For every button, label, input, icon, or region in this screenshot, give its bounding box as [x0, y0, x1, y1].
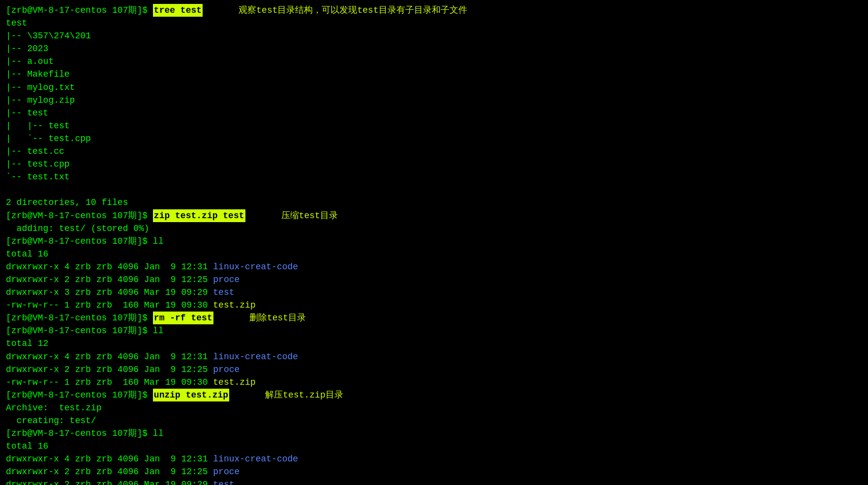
command-highlight: tree test	[153, 4, 203, 17]
command-text: ll	[153, 235, 164, 248]
terminal-line: adding: test/ (stored 0%)	[6, 222, 862, 235]
terminal-line: drwxrwxr-x 4 zrb zrb 4096 Jan 9 12:31 li…	[6, 260, 862, 273]
filename: test	[213, 478, 234, 485]
terminal-line: drwxrwxr-x 2 zrb zrb 4096 Jan 9 12:25 pr…	[6, 465, 862, 478]
terminal-line: |-- test	[6, 107, 862, 119]
terminal-line: |-- 2023	[6, 42, 862, 55]
terminal-line: test	[6, 17, 862, 29]
annotation: 观察test目录结构，可以发现test目录有子目录和子文件	[217, 4, 467, 17]
command-highlight: rm -rf test	[153, 312, 213, 324]
command-highlight: unzip test.zip	[153, 389, 229, 401]
terminal-line: drwxrwxr-x 2 zrb zrb 4096 Jan 9 12:25 pr…	[6, 273, 862, 286]
prompt: [zrb@VM-8-17-centos 107期]$	[6, 324, 153, 337]
terminal-line: drwxrwxr-x 4 zrb zrb 4096 Jan 9 12:31 li…	[6, 350, 862, 363]
annotation: 删除test目录	[228, 312, 306, 324]
terminal-line: total 16	[6, 440, 862, 453]
terminal-line: drwxrwxr-x 3 zrb zrb 4096 Mar 19 09:29 t…	[6, 286, 862, 299]
prompt: [zrb@VM-8-17-centos 107期]$	[6, 235, 153, 248]
terminal-line: |-- Makefile	[6, 68, 862, 81]
terminal-line: |-- a.out	[6, 55, 862, 68]
filename: proce	[213, 363, 239, 376]
terminal-line: |-- test.cpp	[6, 158, 862, 171]
filename: linux-creat-code	[213, 350, 298, 363]
prompt: [zrb@VM-8-17-centos 107期]$	[6, 389, 153, 401]
terminal-line: Archive: test.zip	[6, 401, 862, 414]
terminal-line: [zrb@VM-8-17-centos 107期]$ tree test 观察t…	[6, 4, 862, 17]
annotation: 压缩test目录	[260, 209, 338, 222]
terminal-line: [zrb@VM-8-17-centos 107期]$ ll	[6, 235, 862, 248]
filename: test.zip	[213, 299, 255, 312]
terminal-line: 2 directories, 10 files	[6, 196, 862, 209]
terminal-line: total 12	[6, 337, 862, 350]
prompt: [zrb@VM-8-17-centos 107期]$	[6, 209, 153, 222]
prompt: [zrb@VM-8-17-centos 107期]$	[6, 427, 153, 440]
prompt: [zrb@VM-8-17-centos 107期]$	[6, 4, 153, 17]
filename: proce	[213, 273, 239, 286]
terminal-line: drwxrwxr-x 4 zrb zrb 4096 Jan 9 12:31 li…	[6, 453, 862, 465]
terminal-line: creating: test/	[6, 414, 862, 427]
command-text: ll	[153, 427, 164, 440]
terminal-line: | |-- test	[6, 119, 862, 132]
terminal-line: |-- mylog.zip	[6, 94, 862, 107]
filename: proce	[213, 465, 239, 478]
terminal-window: [zrb@VM-8-17-centos 107期]$ tree test 观察t…	[6, 4, 862, 485]
filename: test	[213, 286, 234, 299]
terminal-line: |-- mylog.txt	[6, 81, 862, 94]
terminal-line: drwxrwxr-x 2 zrb zrb 4096 Jan 9 12:25 pr…	[6, 363, 862, 376]
filename: linux-creat-code	[213, 453, 298, 465]
terminal-line: [zrb@VM-8-17-centos 107期]$ rm -rf test 删…	[6, 312, 862, 324]
annotation: 解压test.zip目录	[244, 389, 343, 401]
terminal-line: drwxrwxr-x 2 zrb zrb 4096 Mar 19 09:29 t…	[6, 478, 862, 485]
terminal-line: | `-- test.cpp	[6, 132, 862, 145]
terminal-line: [zrb@VM-8-17-centos 107期]$ ll	[6, 324, 862, 337]
terminal-line: -rw-rw-r-- 1 zrb zrb 160 Mar 19 09:30 te…	[6, 299, 862, 312]
terminal-line: [zrb@VM-8-17-centos 107期]$ unzip test.zi…	[6, 389, 862, 401]
terminal-line: |-- \357\274\201	[6, 29, 862, 42]
filename: linux-creat-code	[213, 260, 298, 273]
terminal-line: -rw-rw-r-- 1 zrb zrb 160 Mar 19 09:30 te…	[6, 376, 862, 389]
terminal-line: `-- test.txt	[6, 171, 862, 183]
command-highlight: zip test.zip test	[153, 209, 245, 222]
filename: test.zip	[213, 376, 255, 389]
terminal-line: |-- test.cc	[6, 145, 862, 158]
terminal-line: total 16	[6, 248, 862, 260]
command-text: ll	[153, 324, 164, 337]
terminal-line: [zrb@VM-8-17-centos 107期]$ ll	[6, 427, 862, 440]
terminal-line	[6, 183, 862, 196]
terminal-line: [zrb@VM-8-17-centos 107期]$ zip test.zip …	[6, 209, 862, 222]
prompt: [zrb@VM-8-17-centos 107期]$	[6, 312, 153, 324]
